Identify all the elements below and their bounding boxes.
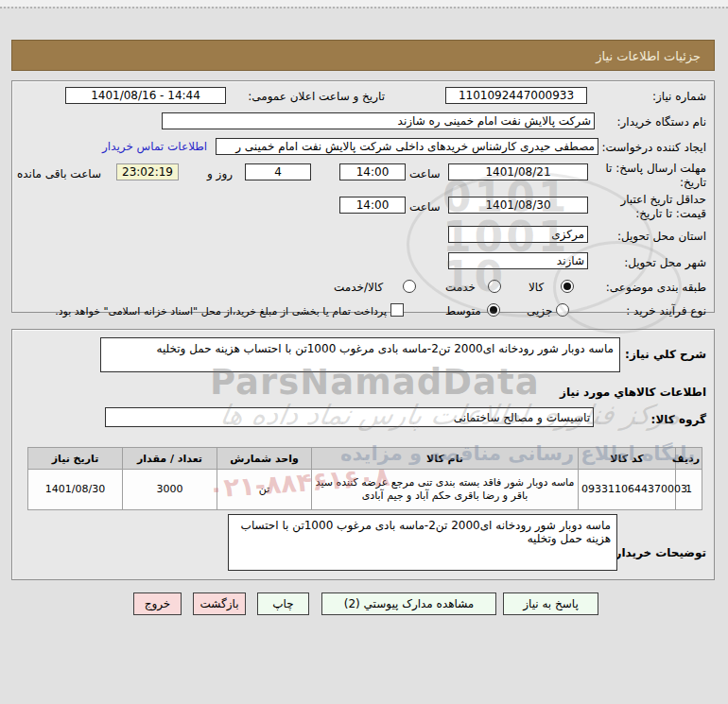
col-count-unit: واحد شمارش [217,448,312,470]
required-goods-section-title: اطلاعات کالاهاي مورد نیاز [560,385,706,400]
back-button[interactable]: بازگشت [193,592,246,615]
goods-group-field[interactable]: تاسیسات و مصالح ساختمانی [105,407,594,427]
goods-table: ردیف کد کالا نام کالا واحد شمارش تعداد /… [27,447,702,510]
need-details-page: جزئیات اطلاعات نیاز شماره نیاز: 11010924… [0,0,728,704]
process-radio-minor[interactable] [556,303,569,317]
deadline-hour-label: ساعت [409,166,441,181]
process-option-medium: متوسط [445,303,481,318]
cell-goods-name: ماسه دوبار شور فاقد بسته بندی تنی مرجع ع… [312,470,579,510]
goods-table-row: 1 0933110644370003 ماسه دوبار شور فاقد ب… [28,470,702,510]
cell-need-date: 1401/08/30 [28,470,123,510]
col-goods-code: کد کالا [579,448,676,470]
buyer-notes-field[interactable]: ماسه دوبار شور رودخانه ای2000 تن2-ماسه ب… [228,514,617,571]
col-need-date: تاریخ نیاز [28,448,123,470]
delivery-city-field[interactable]: شازند [448,252,588,269]
classification-radio-service[interactable] [488,280,501,293]
col-goods-name: نام کالا [312,448,579,470]
buyer-contact-link[interactable]: اطلاعات تماس خریدار [102,140,207,153]
classification-radio-goods-service[interactable] [403,280,416,293]
col-row-number: ردیف [676,448,702,470]
top-dotted-divider [0,7,728,9]
buyer-notes-label: توضیحات خریدار: [611,545,706,560]
response-deadline-time-field[interactable]: 14:00 [339,163,406,180]
need-description-label: شرح کلي نیاز: [625,347,706,362]
buyer-org-label: نام دستگاه خریدار: [617,114,707,129]
classification-option-service: خدمت [445,280,476,295]
days-and-label: روز و [207,166,233,181]
page-title-bar: جزئیات اطلاعات نیاز [11,40,715,71]
page-title: جزئیات اطلاعات نیاز [582,49,714,63]
view-attachments-button[interactable]: مشاهده مدارک پیوستي (2) [321,592,496,615]
request-creator-field[interactable]: مصطفی حیدری کارشناس خریدهای داخلی شرکت پ… [216,138,598,155]
delivery-province-field[interactable]: مرکزی [448,226,588,243]
exit-button[interactable]: خروج [133,592,182,615]
need-info-panel: شماره نیاز: 1101092447000933 تاریخ و ساع… [11,80,715,313]
response-deadline-date-field[interactable]: 1401/08/21 [448,163,588,180]
validity-hour-label: ساعت [409,199,441,215]
cell-count-unit: تن [217,470,312,510]
classification-radio-goods[interactable] [561,280,574,293]
process-radio-medium[interactable] [487,303,500,317]
delivery-city-label: شهر محل تحویل: [624,255,706,270]
classification-option-goods-service: کالا/خدمت [334,280,383,295]
price-validity-time-field[interactable]: 14:00 [339,197,406,214]
delivery-province-label: استان محل تحویل: [617,229,706,244]
need-description-field[interactable]: ماسه دوبار شور رودخانه ای2000 تن2-ماسه ب… [100,337,620,372]
need-number-field[interactable]: 1101092447000933 [445,87,587,104]
need-number-label: شماره نیاز: [652,89,706,104]
classification-option-goods: کالا [529,280,544,295]
announce-datetime-label: تاریخ و ساعت اعلان عمومی: [248,89,385,104]
announce-datetime-field[interactable]: 1401/08/16 - 14:44 [65,87,226,104]
price-validity-label: حداقل تاریخ اعتبار قیمت: تا تاریخ: [600,193,706,221]
purchase-process-label: نوع فرآیند خرید : [626,303,706,318]
goods-info-panel: شرح کلي نیاز: ماسه دوبار شور رودخانه ای2… [11,329,715,580]
top-strip [0,0,728,7]
goods-table-header-row: ردیف کد کالا نام کالا واحد شمارش تعداد /… [28,448,702,470]
goods-group-label: گروه کالا: [651,412,706,427]
subject-classification-label: طبقه بندی موضوعی: [606,280,706,295]
hours-remaining-label: ساعت باقی مانده [17,166,101,181]
remaining-time-countdown: 23:02:19 [116,163,179,180]
price-validity-date-field[interactable]: 1401/08/30 [448,197,588,214]
col-quantity: تعداد / مقدار [123,448,217,470]
process-option-minor: جزیی [527,303,552,318]
print-button[interactable]: چاپ [257,592,309,615]
response-deadline-label: مهلت ارسال پاسخ: تا تاریخ: [595,162,706,190]
buyer-org-field[interactable]: شرکت پالایش نفت امام خمینی ره شازند [162,112,595,129]
cell-goods-code: 0933110644370003 [579,470,676,510]
treasury-payment-checkbox[interactable] [390,303,404,317]
cell-quantity: 3000 [123,470,217,510]
treasury-payment-note: پرداخت تمام یا بخشی از مبلغ خرید،از محل … [78,304,387,319]
request-creator-label: ایجاد کننده درخواست: [601,140,706,155]
respond-to-need-button[interactable]: پاسخ به نیاز [503,592,598,615]
remaining-days-field[interactable]: 4 [245,163,311,180]
